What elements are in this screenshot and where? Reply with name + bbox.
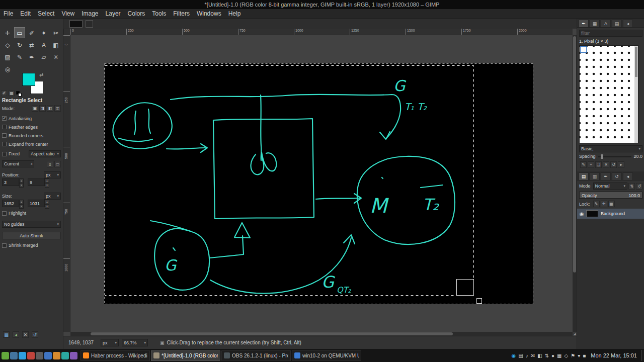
tray-icon-updates[interactable]: ⇅	[545, 353, 549, 358]
launcher-terminal[interactable]	[36, 352, 43, 359]
menu-item[interactable]: View	[58, 9, 78, 19]
pencil-tool-icon[interactable]: ✎	[14, 51, 25, 62]
tray-icon-capture[interactable]: ▤	[518, 353, 523, 358]
tray-icon-network[interactable]: ●	[551, 353, 554, 358]
channels-tab[interactable]: ▥	[590, 172, 600, 180]
refresh-brushes-button[interactable]: ↺	[610, 161, 617, 168]
mode-reset-button[interactable]: ↺	[636, 183, 642, 190]
drawing-canvas[interactable]: G T₁ T₂ M T₂ G G QT₂	[104, 63, 533, 304]
canvas-viewport[interactable]: G T₁ T₂ M T₂ G G QT₂	[70, 35, 573, 332]
text-tool-icon[interactable]: A	[38, 39, 49, 50]
menu-item[interactable]: Layer	[102, 9, 124, 19]
swap-colors-icon[interactable]: ⇄	[39, 72, 43, 77]
new-brush-button[interactable]: +	[588, 161, 594, 168]
show-desktop-button[interactable]	[641, 350, 644, 361]
launcher-chat[interactable]	[61, 352, 69, 359]
position-y-stepper[interactable]: 9 ▴▾	[28, 178, 49, 186]
spacing-slider[interactable]	[598, 156, 632, 157]
crop-tool-icon[interactable]: ✂	[50, 27, 61, 38]
save-tool-preset-button[interactable]: ▦	[3, 331, 10, 338]
position-unit-select[interactable]: px ▾	[44, 171, 61, 178]
menu-item[interactable]: Tools	[148, 9, 170, 19]
duplicate-brush-button[interactable]: ❏	[595, 161, 602, 168]
paintbrush-tool-icon[interactable]: ✒	[26, 51, 37, 62]
layer-row-background[interactable]: ◉ Background	[577, 209, 644, 219]
paths-tab[interactable]: ✒	[601, 172, 611, 180]
visibility-eye-icon[interactable]: ◉	[577, 211, 586, 217]
free-select-tool-icon[interactable]: ✐	[26, 27, 37, 38]
step-up-icon[interactable]: ▴	[19, 200, 24, 204]
lock-alpha-button[interactable]: ▦	[608, 201, 615, 207]
tab-menu-button-2[interactable]: ◂	[623, 172, 633, 180]
mode-add-button[interactable]: ◨	[39, 105, 46, 112]
fixed-value-input[interactable]: Current ◂	[2, 160, 34, 167]
launcher-web[interactable]	[19, 352, 26, 359]
mode-switch-button[interactable]: ⇅	[628, 183, 635, 190]
tray-icon-volume[interactable]: ▾	[578, 353, 580, 358]
selection-drag-handle[interactable]	[477, 299, 482, 304]
move-tool-icon[interactable]: ✛	[2, 27, 13, 38]
expand-from-center-checkbox[interactable]: Expand from center	[2, 140, 61, 148]
brushes-tab[interactable]: ✒	[579, 20, 589, 27]
lock-pixels-button[interactable]: ✎	[593, 201, 600, 207]
guides-select[interactable]: No guides ▾	[2, 221, 61, 228]
size-width-stepper[interactable]: 1652 ▴▾	[2, 200, 24, 207]
fixed-type-select[interactable]: Aspect ratio ▾	[29, 150, 61, 157]
task-vm[interactable]: win10-2 on QEMU/KVM U...	[292, 350, 361, 361]
menu-item[interactable]: File	[0, 9, 17, 19]
step-down-icon[interactable]: ▾	[19, 183, 24, 188]
horizontal-scrollbar-thumb[interactable]	[91, 332, 453, 335]
eraser-tool-icon[interactable]: ▱	[38, 51, 49, 62]
menu-item[interactable]: Help	[225, 9, 245, 19]
position-x-stepper[interactable]: 3 ▴▾	[2, 178, 24, 186]
launcher-mail[interactable]	[27, 352, 35, 359]
selected-brush-cell[interactable]	[580, 46, 587, 53]
brush-grid[interactable]	[579, 45, 638, 143]
bucket-fill-tool-icon[interactable]: ◧	[50, 39, 61, 50]
restore-tool-preset-button[interactable]: ◂	[13, 331, 19, 338]
step-down-icon[interactable]: ▾	[45, 204, 49, 209]
edit-brush-button[interactable]: ✎	[580, 161, 587, 168]
foreground-color-swatch[interactable]	[22, 73, 35, 86]
rotate-tool-icon[interactable]: ↻	[14, 39, 25, 50]
selection-marching-ants[interactable]	[105, 66, 474, 296]
selection-corner-handle[interactable]	[457, 280, 474, 296]
rectangle-select-tool-icon[interactable]: ▭	[14, 27, 25, 38]
task-firefox[interactable]: Haber process - Wikipedia ...	[80, 350, 150, 361]
fuzzy-select-tool-icon[interactable]: ✦	[38, 27, 49, 38]
app-menu-button[interactable]	[2, 352, 9, 359]
brush-tag-select[interactable]: Basic, ▾	[579, 145, 642, 152]
delete-tool-preset-button[interactable]: ✕	[22, 331, 29, 338]
menu-item[interactable]: Image	[78, 9, 102, 19]
flip-tool-icon[interactable]: ⇄	[26, 39, 37, 50]
highlight-checkbox[interactable]	[2, 211, 7, 216]
size-unit-select[interactable]: px ▾	[44, 193, 61, 200]
step-down-icon[interactable]: ▾	[45, 183, 49, 188]
mode-replace-button[interactable]: ▣	[32, 105, 38, 112]
menu-item[interactable]: Select	[34, 9, 58, 19]
lock-position-button[interactable]: ✛	[601, 201, 607, 207]
launcher-editor[interactable]	[53, 352, 60, 359]
step-up-icon[interactable]: ▴	[45, 178, 49, 183]
vertical-scrollbar-thumb[interactable]	[573, 36, 576, 273]
tray-icon-notifications[interactable]: ⚑	[571, 353, 575, 358]
portrait-orientation-button[interactable]: ▯	[47, 161, 53, 167]
unified-transform-tool-icon[interactable]: ◇	[2, 39, 13, 50]
layer-mode-select[interactable]: Normal ▾	[593, 183, 627, 190]
antialiasing-checkbox[interactable]: ✓ Antialiasing	[2, 114, 61, 123]
ruler-corner-button[interactable]	[63, 29, 70, 35]
device-status-tab[interactable]: ▦	[9, 90, 15, 96]
shrink-merged-checkbox[interactable]	[2, 243, 7, 248]
tray-icon-audio[interactable]: ♪	[526, 353, 528, 358]
tray-icon-power[interactable]: ■	[583, 353, 586, 358]
fixed-checkbox[interactable]	[2, 152, 7, 156]
airbrush-tool-icon[interactable]: ✳	[50, 51, 61, 62]
step-up-icon[interactable]: ▴	[19, 178, 24, 183]
tray-icon-messenger[interactable]: ◉	[512, 353, 516, 358]
zoom-tool-icon[interactable]: ◎	[2, 63, 13, 74]
tray-icon-display[interactable]: ▦	[557, 353, 561, 358]
launcher-settings[interactable]	[70, 352, 77, 359]
document-history-tab[interactable]: ▤	[612, 20, 622, 27]
task-gimp[interactable]: *[Untitled]-1.0 (RGB color ...	[151, 350, 220, 361]
layers-tab[interactable]: ▤	[579, 172, 589, 180]
